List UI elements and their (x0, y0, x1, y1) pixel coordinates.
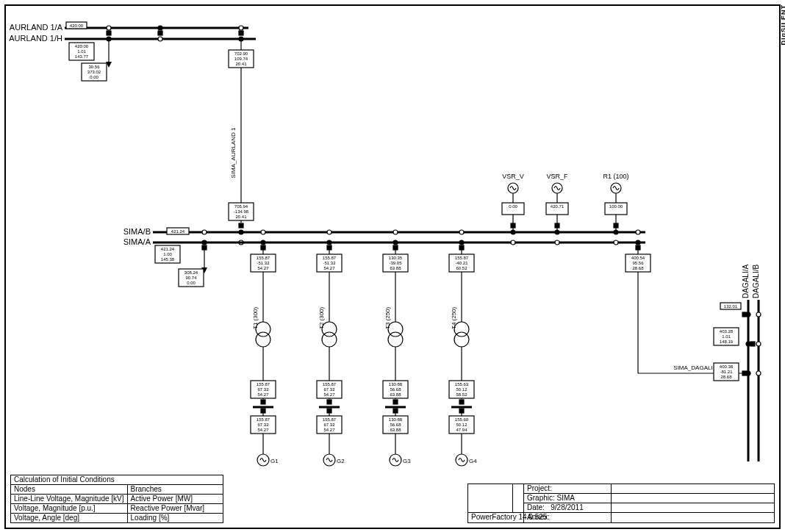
svg-rect-65 (555, 223, 559, 228)
svg-text:420.00: 420.00 (75, 44, 89, 48)
svg-text:54.27: 54.27 (257, 266, 269, 270)
svg-rect-156 (459, 245, 464, 250)
svg-point-9 (158, 37, 162, 41)
svg-point-155 (459, 240, 464, 245)
svg-rect-120 (327, 409, 331, 413)
svg-rect-78 (261, 245, 265, 250)
svg-rect-170 (459, 400, 464, 404)
svg-text:56.68: 56.68 (390, 387, 401, 392)
svg-text:0.00: 0.00 (90, 75, 98, 79)
svg-text:T1 (300): T1 (300) (252, 306, 259, 329)
svg-rect-172 (459, 409, 464, 413)
svg-text:G3: G3 (403, 458, 411, 464)
svg-text:G2: G2 (337, 458, 345, 464)
svg-rect-182 (636, 245, 640, 250)
svg-text:1.00: 1.00 (163, 252, 172, 256)
svg-text:-51.32: -51.32 (257, 261, 270, 265)
svg-point-74 (614, 230, 618, 234)
svg-point-112 (322, 332, 337, 347)
svg-text:420.71: 420.71 (551, 204, 564, 209)
svg-text:50.12: 50.12 (456, 387, 467, 392)
svg-text:421.24: 421.24 (171, 229, 185, 234)
svg-rect-196 (742, 312, 747, 317)
aurland-a-label: AURLAND 1/A (10, 23, 63, 32)
svg-text:155.87: 155.87 (455, 256, 469, 260)
svg-rect-118 (327, 400, 331, 404)
svg-point-200 (756, 342, 761, 346)
svg-text:130.88: 130.88 (389, 417, 403, 422)
svg-point-180 (636, 230, 640, 234)
svg-text:155.60: 155.60 (455, 417, 469, 422)
svg-text:67.32: 67.32 (257, 387, 269, 392)
svg-text:30.56: 30.56 (88, 65, 100, 69)
svg-point-44 (202, 240, 207, 245)
svg-point-164 (454, 332, 469, 347)
svg-rect-144 (393, 400, 398, 404)
svg-text:T2 (300): T2 (300) (318, 306, 325, 329)
svg-text:421.24: 421.24 (161, 247, 175, 251)
svg-text:100.00: 100.00 (609, 204, 623, 209)
svg-rect-92 (261, 400, 265, 404)
svg-text:155.87: 155.87 (257, 417, 270, 422)
svg-point-154 (459, 230, 464, 234)
svg-rect-45 (202, 245, 207, 250)
svg-point-181 (636, 240, 640, 245)
svg-text:-51.32: -51.32 (323, 261, 336, 265)
svg-point-10 (239, 26, 243, 30)
svg-point-76 (261, 230, 265, 234)
svg-point-43 (202, 230, 207, 234)
svg-point-66 (555, 230, 559, 234)
svg-text:DAGALI/B: DAGALI/B (752, 265, 760, 298)
svg-point-77 (261, 240, 265, 245)
sima-a-label: SIMA/A (123, 237, 151, 246)
svg-point-128 (393, 230, 398, 234)
svg-rect-146 (393, 409, 398, 413)
svg-text:54.27: 54.27 (257, 428, 269, 432)
svg-text:47.94: 47.94 (456, 428, 467, 432)
software-block: PowerFactory 14.0.525 (467, 484, 612, 523)
svg-text:60.52: 60.52 (456, 266, 467, 270)
svg-text:63.88: 63.88 (390, 266, 401, 270)
svg-rect-57 (511, 223, 515, 228)
svg-text:54.27: 54.27 (323, 428, 335, 432)
sima-aurland-line-label: SIMA_AURLAND 1 (230, 127, 237, 178)
svg-text:-40.21: -40.21 (455, 261, 468, 265)
svg-text:SIMA_DAGALI: SIMA_DAGALI (673, 364, 712, 371)
svg-text:56.68: 56.68 (390, 423, 401, 427)
svg-point-138 (388, 332, 403, 347)
svg-text:702.90: 702.90 (234, 51, 248, 56)
svg-point-58 (511, 230, 515, 234)
branches-hdr: Branches (128, 485, 223, 495)
svg-text:58.52: 58.52 (456, 392, 467, 397)
svg-point-67 (555, 240, 559, 245)
svg-text:63.88: 63.88 (390, 392, 401, 397)
svg-text:155.87: 155.87 (323, 382, 337, 387)
svg-text:67.32: 67.32 (323, 387, 335, 392)
svg-text:DAGALI/A: DAGALI/A (742, 265, 750, 298)
svg-point-103 (327, 240, 331, 245)
svg-text:G4: G4 (469, 458, 477, 464)
svg-text:67.32: 67.32 (323, 423, 335, 427)
svg-text:54.27: 54.27 (257, 392, 269, 397)
svg-rect-130 (393, 245, 398, 250)
svg-rect-5 (107, 31, 111, 35)
svg-text:155.87: 155.87 (257, 382, 270, 387)
svg-text:VSR_V: VSR_V (502, 173, 524, 180)
svg-text:63.88: 63.88 (390, 428, 401, 432)
svg-text:54.27: 54.27 (323, 266, 335, 270)
svg-text:28.68: 28.68 (632, 266, 644, 270)
svg-text:373.02: 373.02 (87, 70, 101, 74)
calculation-legend: Calculation of Initial Conditions Nodes … (10, 475, 223, 523)
svg-text:155.87: 155.87 (257, 256, 270, 260)
svg-text:54.27: 54.27 (323, 392, 335, 397)
svg-text:G1: G1 (270, 458, 279, 464)
watermark: DIgSILENT (780, 4, 785, 46)
svg-rect-8 (158, 31, 162, 35)
svg-text:90.74: 90.74 (185, 276, 197, 280)
svg-text:95.56: 95.56 (632, 261, 644, 265)
svg-text:143.77: 143.77 (75, 54, 89, 59)
svg-point-59 (511, 240, 515, 245)
svg-point-207 (746, 371, 750, 375)
svg-text:148.19: 148.19 (720, 339, 734, 344)
svg-text:67.32: 67.32 (257, 423, 269, 427)
